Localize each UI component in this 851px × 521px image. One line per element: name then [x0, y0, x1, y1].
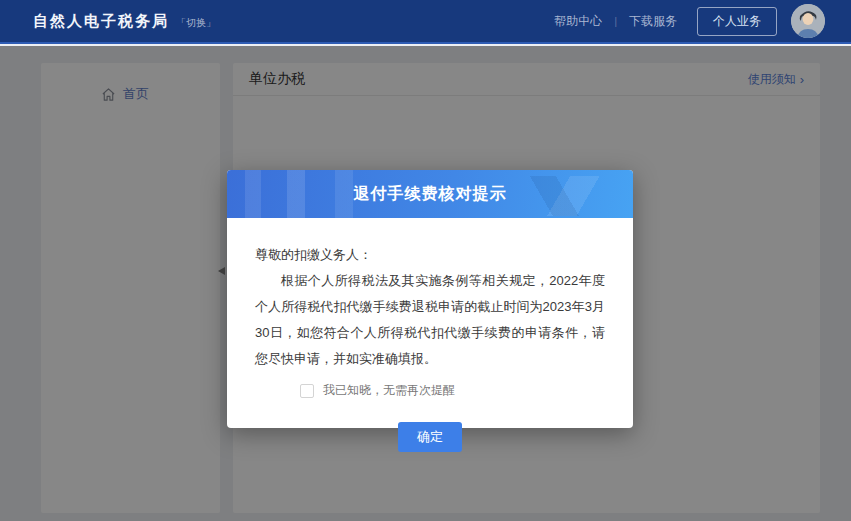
refund-fee-dialog: 退付手续费核对提示 尊敬的扣缴义务人： 根据个人所得税法及其实施条例等相关规定，… — [227, 170, 633, 428]
dialog-title: 退付手续费核对提示 — [354, 184, 507, 205]
download-service-link[interactable]: 下载服务 — [629, 13, 677, 30]
top-header-bar: 自然人电子税务局 「切换」 帮助中心 | 下载服务 个人业务 — [0, 0, 851, 44]
dialog-header: 退付手续费核对提示 — [227, 170, 633, 218]
avatar-person-icon — [791, 4, 825, 38]
help-center-link[interactable]: 帮助中心 — [554, 13, 602, 30]
dont-remind-checkbox-row[interactable]: 我已知晓，无需再次提醒 — [300, 382, 605, 399]
dont-remind-label: 我已知晓，无需再次提醒 — [323, 382, 455, 399]
nav-divider: | — [614, 15, 617, 27]
app-title: 自然人电子税务局 — [33, 12, 169, 31]
header-nav: 帮助中心 | 下载服务 个人业务 — [554, 4, 825, 38]
dialog-salutation: 尊敬的扣缴义务人： — [255, 242, 605, 268]
switch-entity-link[interactable]: 「切换」 — [176, 16, 216, 30]
mouse-cursor — [218, 267, 225, 275]
brand-area: 自然人电子税务局 「切换」 — [33, 12, 216, 31]
user-avatar[interactable] — [791, 4, 825, 38]
confirm-button[interactable]: 确定 — [398, 422, 462, 452]
dialog-body: 尊敬的扣缴义务人： 根据个人所得税法及其实施条例等相关规定，2022年度个人所得… — [227, 218, 633, 452]
dont-remind-checkbox[interactable] — [300, 384, 314, 398]
dialog-actions: 确定 — [255, 422, 605, 452]
dialog-paragraph: 根据个人所得税法及其实施条例等相关规定，2022年度个人所得税代扣代缴手续费退税… — [255, 268, 605, 372]
personal-business-button[interactable]: 个人业务 — [697, 7, 777, 36]
